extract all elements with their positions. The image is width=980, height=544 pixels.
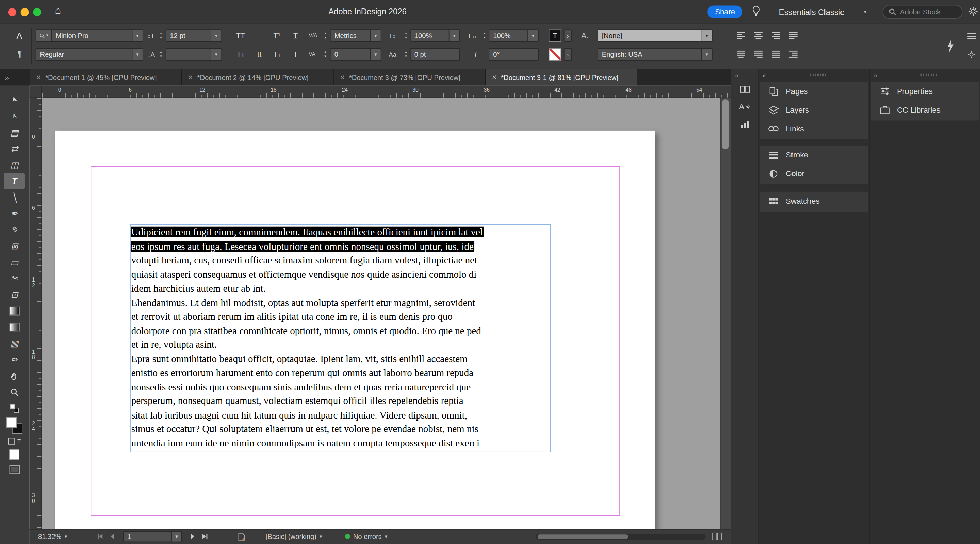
pasteboard[interactable]: Udipicient rem fugit eium, comnimendem. … [42,98,720,529]
horizontal-scale-stepper[interactable]: ▴▾ [481,29,488,42]
align-left-button[interactable] [735,29,748,42]
page-tool[interactable]: ▤ [4,124,25,141]
page[interactable]: Udipicient rem fugit eium, comnimendem. … [55,130,655,529]
panel-tab-links[interactable]: Links [760,119,869,138]
strikethrough-button[interactable]: Ŧ [288,48,304,60]
text-line[interactable]: sitat lab iuribus magni cum hit latum qu… [130,408,550,422]
text-line[interactable]: Epra sunt omnihitatio beaqui officit, op… [130,352,550,366]
tab-close-icon[interactable]: ✕ [492,75,496,81]
underline-button[interactable]: T [288,29,304,42]
paragraph-styles-panel-icon[interactable] [734,116,756,133]
rectangle-frame-tool[interactable]: ⊠ [4,238,25,254]
swap-fill-stroke-icon[interactable] [10,404,19,413]
screen-mode-button[interactable] [9,465,20,474]
justify-right-button[interactable] [752,48,765,60]
workspace-chevron-icon[interactable]: ▾ [864,9,866,15]
text-line[interactable]: enistio es erroriorum harument ento con … [130,366,550,380]
tools-panel-expand-icon[interactable]: » [0,69,30,86]
affects-container-icon[interactable] [8,438,14,445]
preflight-profile-menu[interactable]: [Basic] (working) ▾ [266,530,322,543]
skew-field[interactable]: 0° [488,48,539,60]
scissors-tool[interactable]: ✂ [4,270,25,287]
subscript-button[interactable]: T₁ [269,48,285,60]
zoom-dropdown-icon[interactable]: ▾ [65,533,67,539]
panel-tab-color[interactable]: Color [760,164,869,183]
font-size-dropdown-icon[interactable]: ▾ [211,30,221,41]
preflight-dropdown-icon[interactable]: ▾ [320,533,322,539]
fill-color-swatch[interactable]: T [549,29,562,42]
fill-expander-button[interactable]: › [564,29,572,42]
selection-tool[interactable]: ➤ [4,92,25,108]
leading-combo[interactable]: ▾ [166,48,222,60]
dock-drag-handle[interactable] [810,74,826,76]
character-styles-panel-icon[interactable]: A [734,98,756,115]
language-dropdown-icon[interactable]: ▾ [701,49,712,60]
workspace-switcher[interactable]: Essentials Classic [779,8,844,17]
first-page-button[interactable] [97,530,103,543]
text-line[interactable]: dolorpore con pra sitatibea comnihicate … [130,324,550,338]
line-tool[interactable]: ╲ [4,189,25,206]
kerning-stepper[interactable]: ▴▾ [322,29,329,42]
tracking-stepper[interactable]: ▴▾ [322,48,329,60]
text-line[interactable]: Ehendanimus. Et dem hil modisit, optas a… [130,296,550,310]
free-transform-tool[interactable]: ⊡ [4,287,25,303]
paragraph-formatting-icon[interactable]: ¶ [18,49,22,59]
horizontal-scale-combo[interactable]: 100% ▾ [488,29,539,42]
gear-icon[interactable] [968,6,978,16]
document-status-icon[interactable] [238,530,245,543]
ruler-corner[interactable] [29,86,42,98]
spread-panel-icon[interactable] [734,81,756,98]
justify-button[interactable] [788,29,800,42]
home-icon[interactable]: ⌂ [55,5,61,16]
tracking-combo[interactable]: 0 ▾ [330,48,382,60]
fill-chip[interactable] [6,417,17,428]
baseline-shift-stepper[interactable]: ▴▾ [402,48,409,60]
horizontal-scrollbar-thumb[interactable] [538,534,628,539]
font-size-combo[interactable]: 12 pt ▾ [166,29,222,42]
stroke-color-swatch[interactable] [549,48,562,60]
horizontal-scrollbar[interactable] [536,534,706,539]
font-family-dropdown-icon[interactable]: ▾ [132,30,143,41]
tab-document-3[interactable]: ✕ *Document 3 @ 73% [GPU Preview] [334,69,485,86]
indent-button[interactable] [788,48,800,60]
align-center-button[interactable] [752,29,765,42]
tab-document-2[interactable]: ✕ *Document 2 @ 14% [GPU Preview] [182,69,334,86]
minimize-window-button[interactable] [21,8,29,16]
next-page-button[interactable] [191,530,196,543]
split-view-icon[interactable] [712,530,722,543]
gradient-feather-tool[interactable] [4,319,25,336]
panel-tab-swatches[interactable]: Swatches [760,192,869,211]
zoom-control[interactable]: 81.32% ▾ [38,530,67,543]
text-line[interactable]: nonsedis essi nobis quo consequam sinis … [130,380,550,394]
horizontal-ruler[interactable]: 0 6 12 18 24 30 36 42 48 54 [42,86,731,98]
pen-tool[interactable]: ✒ [4,205,25,222]
kerning-combo[interactable]: Metrics ▾ [330,29,382,42]
vertical-scale-stepper[interactable]: ▴▾ [402,29,409,42]
apply-none-button[interactable] [10,449,19,459]
tab-document-3-1[interactable]: ✕ *Document 3-1 @ 81% [GPU Preview] [485,69,637,86]
text-line[interactable]: persperum, nonsequam quamust, volectiam … [130,394,550,408]
leading-dropdown-icon[interactable]: ▾ [211,49,221,60]
leading-stepper[interactable]: ▴▾ [158,48,164,60]
kerning-dropdown-icon[interactable]: ▾ [370,30,380,41]
formatting-affects-toggles[interactable]: T [8,438,21,445]
dock-drag-handle[interactable] [920,74,937,76]
preflight-status[interactable]: No errors ▾ [345,530,388,543]
adobe-stock-search[interactable]: Adobe Stock [882,5,962,19]
share-button[interactable]: Share [708,6,743,18]
maximize-window-button[interactable] [33,8,41,16]
justify-all-button[interactable] [770,48,783,60]
text-line-selected[interactable]: Udipicient rem fugit eium, comnimendem. … [130,225,550,239]
tracking-dropdown-icon[interactable]: ▾ [370,49,380,60]
tab-document-1[interactable]: ✕ *Document 1 @ 45% [GPU Preview] [30,69,182,86]
font-family-combo[interactable]: ▾ Minion Pro ▾ [36,29,143,42]
previous-page-button[interactable] [109,530,115,543]
panel-tab-pages[interactable]: Pages [760,82,869,101]
affects-text-icon[interactable]: T [18,438,21,444]
panel-gear-icon[interactable] [967,51,975,59]
stroke-expander-button[interactable]: › [564,48,572,60]
text-line-selected[interactable]: eos ipsum res aut fuga. Lesecea voluptur… [130,239,550,253]
panel-tab-stroke[interactable]: Stroke [760,146,869,164]
tab-close-icon[interactable]: ✕ [188,75,193,81]
content-collector-tool[interactable]: ◫ [4,157,25,173]
